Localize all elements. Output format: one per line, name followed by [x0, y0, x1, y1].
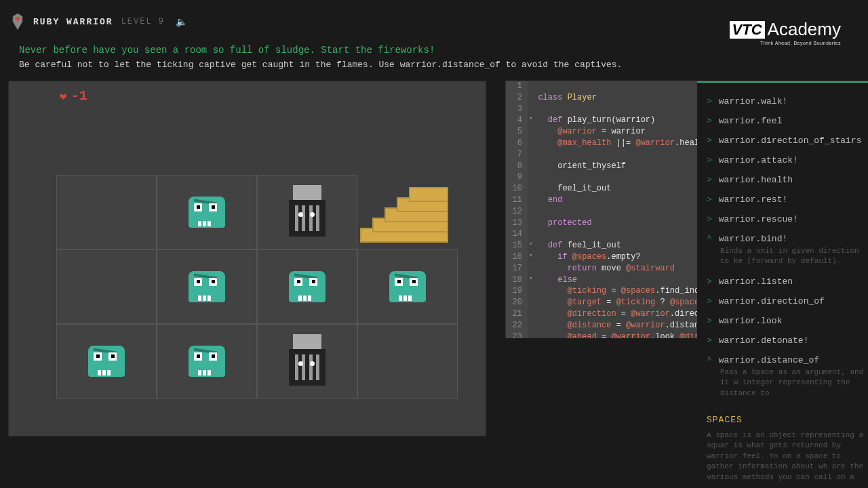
- api-method-name: warrior.walk!: [719, 96, 787, 106]
- help-panel: >warrior.walk!>warrior.feel>warrior.dire…: [697, 81, 868, 488]
- grid-cell: [357, 175, 458, 249]
- sound-toggle-icon[interactable]: 🔈: [176, 16, 187, 28]
- help-item[interactable]: ^warrior.distance_ofPass a Space as an a…: [707, 355, 865, 399]
- grid-cell: [157, 175, 257, 249]
- game-logo-icon: [10, 12, 25, 31]
- help-item[interactable]: >warrior.look: [707, 316, 865, 326]
- primary-message: Never before have you seen a room so ful…: [19, 45, 849, 56]
- expand-caret-icon[interactable]: >: [707, 336, 712, 346]
- fold-icon[interactable]: ▾: [528, 115, 534, 126]
- grid-cell: [56, 324, 157, 399]
- api-method-name: warrior.distance_of: [719, 355, 819, 365]
- expand-caret-icon[interactable]: >: [707, 155, 712, 165]
- expand-caret-icon[interactable]: >: [707, 296, 712, 306]
- sludge-enemy: [186, 266, 228, 308]
- app-title: RUBY WARRIOR: [33, 17, 113, 27]
- sludge-enemy: [286, 266, 328, 308]
- sludge-enemy: [186, 191, 228, 233]
- grid-cell: [257, 324, 357, 399]
- api-method-name: warrior.rescue!: [719, 214, 798, 224]
- api-method-name: warrior.rest!: [719, 195, 787, 205]
- grid-cell: [56, 175, 157, 249]
- captive-cage: [289, 185, 326, 239]
- hp-indicator: ❤ -1: [60, 88, 87, 104]
- help-item[interactable]: >warrior.walk!: [707, 96, 865, 106]
- hp-value: -1: [71, 88, 87, 104]
- game-grid: [56, 175, 458, 399]
- brand-logo: VTC Academy Think Ahead, Beyond Boundari…: [730, 19, 841, 45]
- api-method-name: warrior.direction_of: [719, 296, 825, 306]
- grid-cell: [56, 249, 157, 324]
- expand-caret-icon[interactable]: >: [707, 96, 712, 106]
- expand-caret-icon[interactable]: >: [707, 214, 712, 224]
- expand-caret-icon[interactable]: ^: [707, 234, 712, 244]
- help-item[interactable]: >warrior.direction_of: [707, 296, 865, 306]
- grid-cell: [157, 249, 257, 324]
- game-board: ❤ -1: [8, 81, 486, 436]
- api-method-name: warrior.attack!: [719, 155, 798, 165]
- help-item[interactable]: >warrior.feel: [707, 116, 865, 126]
- sludge-enemy: [85, 340, 127, 382]
- help-item[interactable]: ^warrior.bind!Binds a unit in given dire…: [707, 234, 865, 267]
- sludge-enemy: [186, 340, 228, 382]
- grid-cell: [357, 249, 458, 324]
- help-item[interactable]: >warrior.detonate!: [707, 336, 865, 346]
- api-method-name: warrior.feel: [719, 116, 783, 126]
- fold-icon[interactable]: ▾: [528, 274, 534, 286]
- brand-box: VTC: [730, 21, 765, 39]
- help-item[interactable]: >warrior.direction_of_stairs: [707, 136, 865, 146]
- api-method-name: warrior.detonate!: [719, 336, 809, 346]
- brand-text: Academy: [768, 19, 841, 40]
- brand-tagline: Think Ahead, Beyond Boundaries: [730, 41, 841, 45]
- api-method-name: warrior.bind!: [719, 234, 787, 244]
- help-item[interactable]: >warrior.health: [707, 175, 865, 185]
- help-item[interactable]: >warrior.rest!: [707, 195, 865, 205]
- grid-cell: [357, 324, 458, 399]
- expand-caret-icon[interactable]: >: [707, 116, 712, 126]
- expand-caret-icon[interactable]: >: [707, 316, 712, 326]
- help-section-title: SPACES: [707, 415, 865, 425]
- secondary-message: Be careful not to let the ticking captiv…: [19, 60, 849, 70]
- api-method-name: warrior.look: [719, 316, 783, 326]
- level-indicator: LEVEL 9: [121, 17, 165, 26]
- grid-cell: [257, 249, 357, 324]
- expand-caret-icon[interactable]: >: [707, 195, 712, 205]
- grid-cell: [257, 175, 357, 249]
- api-method-name: warrior.health: [719, 175, 793, 185]
- help-section-desc: A space is an object representing a squa…: [707, 430, 865, 483]
- grid-cell: [157, 324, 257, 399]
- expand-caret-icon[interactable]: ^: [707, 355, 712, 365]
- stairs-exit: [360, 182, 455, 243]
- fold-icon[interactable]: ▾: [528, 251, 534, 263]
- sludge-enemy: [387, 266, 429, 308]
- heart-icon: ❤: [60, 89, 67, 104]
- captive-cage: [289, 334, 326, 388]
- api-method-name: warrior.listen: [719, 277, 793, 287]
- fold-icon[interactable]: ▾: [528, 240, 534, 251]
- help-item[interactable]: >warrior.listen: [707, 277, 865, 287]
- api-method-desc: Binds a unit in given direction to ke (f…: [720, 246, 865, 267]
- api-method-desc: Pass a Space as an argument, and it w in…: [720, 367, 865, 399]
- help-item[interactable]: >warrior.attack!: [707, 155, 865, 165]
- api-method-name: warrior.direction_of_stairs: [719, 136, 862, 146]
- help-item[interactable]: >warrior.rescue!: [707, 214, 865, 224]
- expand-caret-icon[interactable]: >: [707, 175, 712, 185]
- expand-caret-icon[interactable]: >: [707, 277, 712, 287]
- expand-caret-icon[interactable]: >: [707, 136, 712, 146]
